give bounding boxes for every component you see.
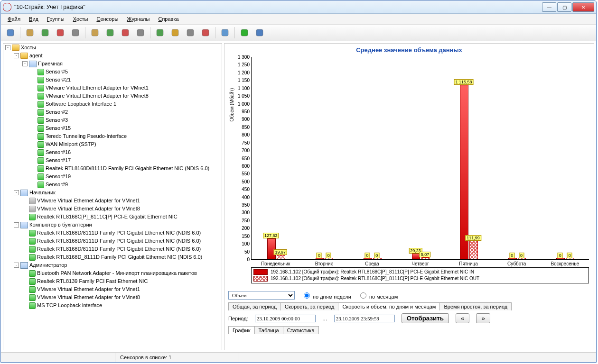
toolbar-btn-4[interactable] — [54, 26, 67, 39]
menu-Журналы[interactable]: Журналы — [123, 15, 153, 23]
menu-Хосты[interactable]: Хосты — [69, 15, 92, 23]
toolbar-btn-19[interactable] — [238, 26, 251, 39]
tree-sensor[interactable]: Software Loopback Interface 1 — [31, 100, 222, 108]
report-tab[interactable]: Общая, за период — [228, 302, 281, 310]
app-icon — [3, 3, 11, 11]
tree-group[interactable]: -Начальник — [14, 189, 222, 197]
nav-next-button[interactable]: » — [476, 313, 490, 323]
tree-sensor[interactable]: VMware Virtual Ethernet Adapter for VMne… — [31, 92, 222, 100]
tree-sensor[interactable]: Sensor#21 — [31, 76, 222, 84]
tree-sensor[interactable]: Realtek RTL8168D/8111D Family PCI Gigabi… — [31, 164, 222, 173]
tree-host[interactable]: -Приемная — [22, 60, 222, 68]
tree-sensor[interactable]: VMware Virtual Ethernet Adapter for VMne… — [22, 205, 222, 213]
toolbar-btn-13[interactable] — [168, 26, 182, 39]
tree-sensor[interactable]: VMware Virtual Ethernet Adapter for VMne… — [31, 84, 222, 92]
tree-sensor[interactable]: Sensor#19 — [31, 173, 222, 181]
menu-Вид[interactable]: Вид — [25, 15, 42, 23]
svg-rect-2 — [42, 29, 48, 36]
toolbar-btn-5[interactable] — [69, 26, 82, 39]
svg-rect-14 — [241, 29, 248, 36]
toolbar-btn-14[interactable] — [184, 26, 197, 39]
view-tabs: ГрафикТаблицаСтатистика — [228, 326, 590, 334]
statusbar: Сенсоров в списке: 1 — [1, 352, 596, 362]
tree-sensor[interactable]: Realtek RTL8168C[P]_8111C[P] PCI-E Gigab… — [22, 213, 222, 221]
toolbar-btn-20[interactable] — [253, 26, 266, 39]
tree-group[interactable]: -Компьютер в бухгалтерии — [14, 221, 222, 229]
menu-Сенсоры[interactable]: Сенсоры — [93, 15, 122, 23]
tree-sensor[interactable]: Realtek RTL8168D/8111D Family PCI Gigabi… — [22, 229, 222, 237]
host-tree[interactable]: -Хосты-agent-ПриемнаяSensor#5Sensor#21VM… — [3, 43, 222, 350]
titlebar: "10-Страйк: Учет Трафика" — ▢ ✕ — [1, 1, 596, 14]
tree-sensor[interactable]: Sensor#3 — [31, 116, 222, 124]
svg-rect-12 — [202, 29, 209, 36]
svg-rect-1 — [27, 29, 33, 36]
toolbar-btn-15[interactable] — [199, 26, 212, 39]
report-tab[interactable]: Время простоя, за период — [439, 302, 512, 310]
radio-by-days[interactable]: по дням недели — [301, 291, 351, 300]
report-tab[interactable]: Скорость и объем, по дням и месяцам — [338, 302, 440, 310]
svg-rect-4 — [72, 29, 79, 36]
tree-sensor[interactable]: Realtek RTL8168D_8111D Family PCI Gigabi… — [22, 253, 222, 261]
svg-rect-0 — [7, 29, 14, 36]
tree-group[interactable]: -Администратор — [14, 261, 222, 269]
toolbar-btn-7[interactable] — [88, 26, 102, 39]
metric-select[interactable]: Объем — [228, 291, 295, 300]
tree-sensor[interactable]: Sensor#17 — [31, 156, 222, 164]
tree-sensor[interactable]: Sensor#5 — [31, 68, 222, 76]
chart-title: Среднее значение объема данных — [224, 44, 594, 55]
tree-sensor[interactable]: VMware Virtual Ethernet Adapter for VMne… — [22, 197, 222, 205]
toolbar-btn-12[interactable] — [153, 26, 167, 39]
toolbar-btn-9[interactable] — [119, 26, 132, 39]
tree-sensor[interactable]: Sensor#16 — [31, 148, 222, 156]
tree-sensor[interactable]: MS TCP Loopback interface — [22, 301, 222, 309]
menu-Справка[interactable]: Справка — [154, 15, 182, 23]
radio-by-months[interactable]: по месяцам — [358, 291, 398, 300]
svg-rect-10 — [172, 29, 178, 36]
tree-sensor[interactable]: VMware Virtual Ethernet Adapter for VMne… — [22, 285, 222, 293]
svg-rect-5 — [92, 29, 98, 36]
tree-sensor[interactable]: Realtek RTL8168D/8111D Family PCI Gigabi… — [22, 245, 222, 253]
view-tab[interactable]: График — [228, 326, 255, 334]
toolbar-btn-17[interactable] — [218, 26, 232, 39]
tree-sensor[interactable]: Sensor#9 — [31, 181, 222, 189]
svg-rect-15 — [256, 29, 263, 36]
chart-legend: 192.168.1.102 [Общий трафик]: Realtek RT… — [251, 267, 589, 283]
tree-sensor[interactable]: Sensor#15 — [31, 124, 222, 132]
window-title: "10-Страйк: Учет Трафика" — [14, 4, 542, 10]
tree-sensor[interactable]: Realtek RTL8139 Family PCI Fast Ethernet… — [22, 277, 222, 285]
tree-group[interactable]: -agent — [14, 52, 222, 60]
period-label: Период: — [228, 316, 248, 321]
nav-prev-button[interactable]: « — [456, 313, 469, 323]
tree-sensor[interactable]: Realtek RTL8168D/8111D Family PCI Gigabi… — [22, 237, 222, 245]
svg-rect-6 — [107, 29, 113, 36]
toolbar-btn-10[interactable] — [134, 26, 147, 39]
status-sensor-count: Сенсоров в списке: 1 — [115, 353, 239, 362]
tree-sensor[interactable]: Bluetooth PAN Network Adapter - Минипорт… — [22, 269, 222, 277]
tree-sensor[interactable]: Sensor#2 — [31, 108, 222, 116]
toolbar-btn-8[interactable] — [103, 26, 117, 39]
close-button[interactable]: ✕ — [572, 2, 594, 12]
period-to[interactable] — [334, 315, 395, 322]
svg-rect-3 — [57, 29, 64, 36]
chart-area: 0501001502002503003504004505005506006507… — [251, 57, 589, 260]
menu-Файл[interactable]: Файл — [4, 15, 24, 23]
period-from[interactable] — [255, 315, 316, 322]
view-tab[interactable]: Таблица — [254, 326, 283, 334]
chart-panel: Среднее значение объема данных Объем (Мб… — [224, 43, 594, 350]
minimize-button[interactable]: — — [542, 2, 556, 12]
svg-rect-9 — [157, 29, 163, 36]
menubar: ФайлВидГруппыХостыСенсорыЖурналыСправка — [1, 14, 596, 25]
maximize-button[interactable]: ▢ — [557, 2, 571, 12]
menu-Группы[interactable]: Группы — [43, 15, 68, 23]
tree-sensor[interactable]: WAN Miniport (SSTP) — [31, 140, 222, 148]
tree-sensor[interactable]: Teredo Tunneling Pseudo-Interface — [31, 132, 222, 140]
tree-sensor[interactable]: VMware Virtual Ethernet Adapter for VMne… — [22, 293, 222, 301]
toolbar-btn-2[interactable] — [23, 26, 37, 39]
toolbar-btn-3[interactable] — [38, 26, 52, 39]
svg-rect-8 — [137, 29, 144, 36]
view-tab[interactable]: Статистика — [283, 326, 319, 334]
chart-ylabel: Объем (Мбайт) — [229, 88, 234, 122]
show-button[interactable]: Отобразить — [402, 313, 449, 323]
toolbar-btn-0[interactable] — [4, 26, 17, 39]
report-tab[interactable]: Скорость, за период — [280, 302, 338, 310]
